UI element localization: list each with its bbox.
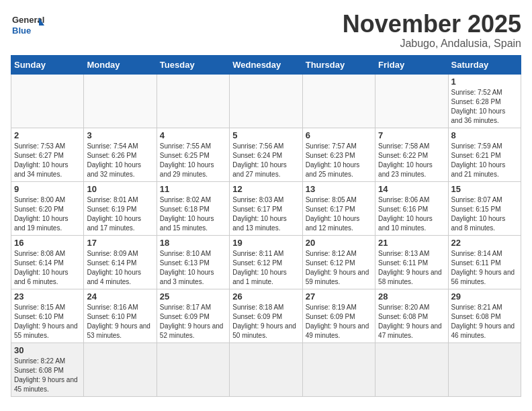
day-number: 15	[451, 184, 518, 194]
calendar-cell: 25Sunrise: 8:17 AM Sunset: 6:09 PM Dayli…	[157, 289, 229, 342]
header-tuesday: Tuesday	[157, 55, 229, 74]
day-info: Sunrise: 8:20 AM Sunset: 6:08 PM Dayligh…	[378, 303, 445, 340]
day-info: Sunrise: 7:56 AM Sunset: 6:24 PM Dayligh…	[232, 142, 299, 179]
day-number: 12	[232, 184, 299, 194]
header-monday: Monday	[84, 55, 157, 74]
day-info: Sunrise: 7:52 AM Sunset: 6:28 PM Dayligh…	[451, 88, 518, 126]
day-number: 16	[14, 238, 81, 248]
day-number: 28	[378, 291, 445, 302]
calendar-cell: 15Sunrise: 8:07 AM Sunset: 6:15 PM Dayli…	[448, 181, 521, 235]
calendar-header-row: Sunday Monday Tuesday Wednesday Thursday…	[11, 55, 521, 74]
calendar-cell: 10Sunrise: 8:01 AM Sunset: 6:19 PM Dayli…	[84, 181, 157, 235]
day-number: 11	[160, 184, 226, 194]
calendar-cell: 6Sunrise: 7:57 AM Sunset: 6:23 PM Daylig…	[302, 128, 375, 181]
day-info: Sunrise: 7:54 AM Sunset: 6:26 PM Dayligh…	[87, 142, 153, 179]
calendar-cell	[157, 74, 229, 128]
calendar-cell	[448, 342, 521, 396]
day-info: Sunrise: 8:11 AM Sunset: 6:12 PM Dayligh…	[232, 249, 299, 287]
day-info: Sunrise: 8:00 AM Sunset: 6:20 PM Dayligh…	[14, 195, 81, 233]
day-info: Sunrise: 8:12 AM Sunset: 6:12 PM Dayligh…	[306, 249, 372, 287]
calendar-cell	[230, 342, 302, 396]
calendar-cell: 3Sunrise: 7:54 AM Sunset: 6:26 PM Daylig…	[84, 128, 157, 181]
calendar-header: General Blue November 2025 Jabugo, Andal…	[11, 11, 521, 50]
calendar-cell: 5Sunrise: 7:56 AM Sunset: 6:24 PM Daylig…	[230, 128, 302, 181]
day-info: Sunrise: 8:22 AM Sunset: 6:08 PM Dayligh…	[14, 357, 81, 394]
calendar-cell	[84, 342, 157, 396]
day-info: Sunrise: 8:02 AM Sunset: 6:18 PM Dayligh…	[160, 195, 226, 233]
day-info: Sunrise: 8:05 AM Sunset: 6:17 PM Dayligh…	[306, 195, 372, 233]
title-area: November 2025 Jabugo, Andalusia, Spain	[343, 11, 521, 50]
day-number: 18	[160, 238, 226, 248]
calendar-cell	[302, 74, 375, 128]
day-info: Sunrise: 8:08 AM Sunset: 6:14 PM Dayligh…	[14, 249, 81, 287]
calendar-cell: 17Sunrise: 8:09 AM Sunset: 6:14 PM Dayli…	[84, 235, 157, 289]
day-number: 2	[14, 130, 81, 140]
logo-svg: General Blue	[11, 11, 44, 40]
calendar-cell: 13Sunrise: 8:05 AM Sunset: 6:17 PM Dayli…	[302, 181, 375, 235]
calendar-cell: 28Sunrise: 8:20 AM Sunset: 6:08 PM Dayli…	[375, 289, 448, 342]
calendar-week-2: 2Sunrise: 7:53 AM Sunset: 6:27 PM Daylig…	[11, 128, 521, 181]
calendar-week-3: 9Sunrise: 8:00 AM Sunset: 6:20 PM Daylig…	[11, 181, 521, 235]
calendar-cell: 14Sunrise: 8:06 AM Sunset: 6:16 PM Dayli…	[375, 181, 448, 235]
calendar-cell: 2Sunrise: 7:53 AM Sunset: 6:27 PM Daylig…	[11, 128, 84, 181]
calendar-cell	[375, 342, 448, 396]
calendar-cell: 16Sunrise: 8:08 AM Sunset: 6:14 PM Dayli…	[11, 235, 84, 289]
header-saturday: Saturday	[448, 55, 521, 74]
calendar-cell: 8Sunrise: 7:59 AM Sunset: 6:21 PM Daylig…	[448, 128, 521, 181]
day-number: 22	[451, 238, 518, 248]
calendar-cell: 12Sunrise: 8:03 AM Sunset: 6:17 PM Dayli…	[230, 181, 302, 235]
calendar-body: 1Sunrise: 7:52 AM Sunset: 6:28 PM Daylig…	[11, 74, 521, 396]
calendar-table: Sunday Monday Tuesday Wednesday Thursday…	[11, 55, 521, 397]
calendar-cell: 20Sunrise: 8:12 AM Sunset: 6:12 PM Dayli…	[302, 235, 375, 289]
calendar-cell	[302, 342, 375, 396]
calendar-week-6: 30Sunrise: 8:22 AM Sunset: 6:08 PM Dayli…	[11, 342, 521, 396]
calendar-cell: 19Sunrise: 8:11 AM Sunset: 6:12 PM Dayli…	[230, 235, 302, 289]
day-number: 8	[451, 130, 518, 140]
day-number: 13	[306, 184, 372, 194]
day-info: Sunrise: 7:58 AM Sunset: 6:22 PM Dayligh…	[378, 142, 445, 179]
day-info: Sunrise: 8:17 AM Sunset: 6:09 PM Dayligh…	[160, 303, 226, 340]
day-info: Sunrise: 8:10 AM Sunset: 6:13 PM Dayligh…	[160, 249, 226, 287]
day-number: 17	[87, 238, 153, 248]
day-info: Sunrise: 8:06 AM Sunset: 6:16 PM Dayligh…	[378, 195, 445, 233]
day-info: Sunrise: 8:21 AM Sunset: 6:08 PM Dayligh…	[451, 303, 518, 340]
day-number: 3	[87, 130, 153, 140]
day-info: Sunrise: 8:01 AM Sunset: 6:19 PM Dayligh…	[87, 195, 153, 233]
calendar-cell: 7Sunrise: 7:58 AM Sunset: 6:22 PM Daylig…	[375, 128, 448, 181]
calendar-title: November 2025	[343, 11, 521, 38]
day-info: Sunrise: 8:16 AM Sunset: 6:10 PM Dayligh…	[87, 303, 153, 340]
day-number: 10	[87, 184, 153, 194]
header-wednesday: Wednesday	[230, 55, 302, 74]
day-number: 26	[232, 291, 299, 302]
day-info: Sunrise: 7:55 AM Sunset: 6:25 PM Dayligh…	[160, 142, 226, 179]
calendar-week-1: 1Sunrise: 7:52 AM Sunset: 6:28 PM Daylig…	[11, 74, 521, 128]
day-number: 1	[451, 77, 518, 87]
header-sunday: Sunday	[11, 55, 84, 74]
svg-text:Blue: Blue	[12, 26, 31, 36]
day-info: Sunrise: 8:19 AM Sunset: 6:09 PM Dayligh…	[306, 303, 372, 340]
calendar-cell: 29Sunrise: 8:21 AM Sunset: 6:08 PM Dayli…	[448, 289, 521, 342]
calendar-week-5: 23Sunrise: 8:15 AM Sunset: 6:10 PM Dayli…	[11, 289, 521, 342]
day-info: Sunrise: 7:53 AM Sunset: 6:27 PM Dayligh…	[14, 142, 81, 179]
day-number: 7	[378, 130, 445, 140]
day-number: 25	[160, 291, 226, 302]
day-number: 21	[378, 238, 445, 248]
calendar-subtitle: Jabugo, Andalusia, Spain	[343, 38, 521, 50]
calendar-cell	[11, 74, 84, 128]
calendar-cell	[157, 342, 229, 396]
calendar-cell: 27Sunrise: 8:19 AM Sunset: 6:09 PM Dayli…	[302, 289, 375, 342]
day-number: 5	[232, 130, 299, 140]
day-number: 6	[306, 130, 372, 140]
day-info: Sunrise: 7:57 AM Sunset: 6:23 PM Dayligh…	[306, 142, 372, 179]
day-info: Sunrise: 8:13 AM Sunset: 6:11 PM Dayligh…	[378, 249, 445, 287]
calendar-cell: 1Sunrise: 7:52 AM Sunset: 6:28 PM Daylig…	[448, 74, 521, 128]
day-info: Sunrise: 8:03 AM Sunset: 6:17 PM Dayligh…	[232, 195, 299, 233]
calendar-cell: 24Sunrise: 8:16 AM Sunset: 6:10 PM Dayli…	[84, 289, 157, 342]
header-thursday: Thursday	[302, 55, 375, 74]
day-info: Sunrise: 8:07 AM Sunset: 6:15 PM Dayligh…	[451, 195, 518, 233]
calendar-cell	[84, 74, 157, 128]
calendar-cell	[230, 74, 302, 128]
day-number: 24	[87, 291, 153, 302]
calendar-cell: 4Sunrise: 7:55 AM Sunset: 6:25 PM Daylig…	[157, 128, 229, 181]
day-info: Sunrise: 8:14 AM Sunset: 6:11 PM Dayligh…	[451, 249, 518, 287]
